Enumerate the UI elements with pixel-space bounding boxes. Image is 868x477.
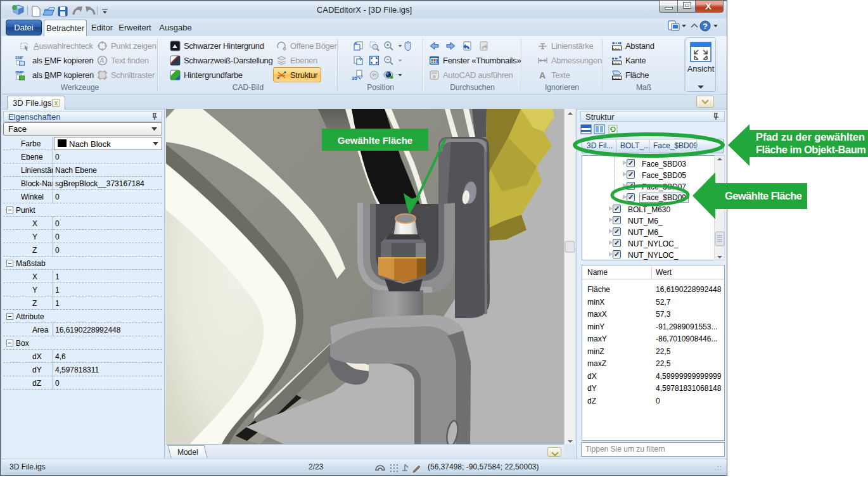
svg-text:35°: 35° [352, 75, 359, 80]
svg-text:EMF: EMF [15, 55, 23, 60]
svg-text:BMP: BMP [15, 70, 23, 74]
svg-text:Ansicht: Ansicht [687, 64, 715, 73]
svg-text:?: ? [703, 22, 708, 31]
svg-text:A: A [99, 57, 105, 64]
svg-text:A: A [539, 70, 546, 80]
svg-text:Pfad zu der gewählten: Pfad zu der gewählten [756, 131, 865, 143]
svg-text:Gewählte Fläche: Gewählte Fläche [725, 190, 802, 201]
svg-text:Fläche im Objekt-Baum: Fläche im Objekt-Baum [756, 144, 866, 155]
